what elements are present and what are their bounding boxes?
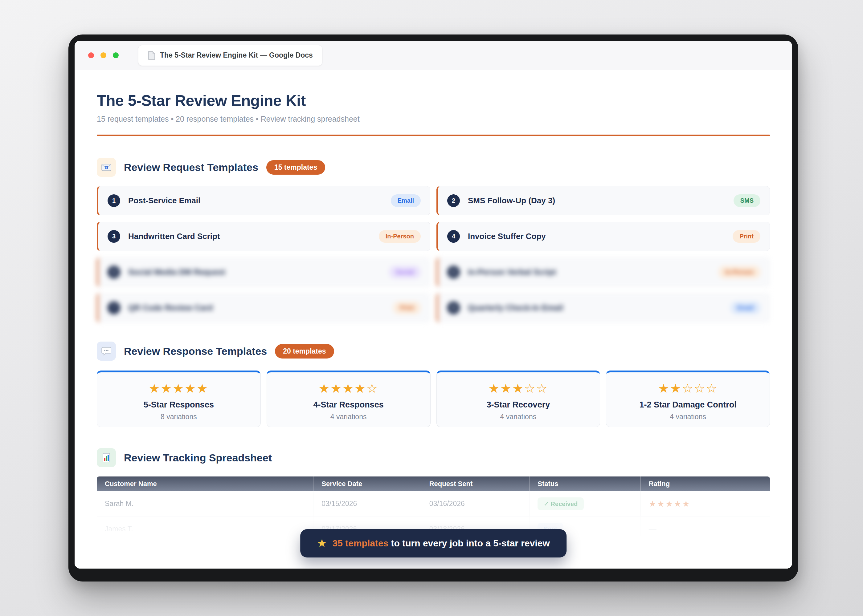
channel-badge: Email: [391, 194, 421, 207]
request-template-card[interactable]: 3 Handwritten Card Script In-Person: [97, 222, 430, 251]
cell-customer-name: Sarah M.: [97, 491, 313, 517]
template-number-badge: 2: [447, 194, 460, 207]
bottom-banner: ★ 35 templates to turn every job into a …: [300, 529, 567, 558]
request-template-card[interactable]: 1 Post-Service Email Email: [97, 186, 430, 215]
response-card-title: 5-Star Responses: [97, 400, 260, 410]
browser-tab[interactable]: The 5-Star Review Engine Kit — Google Do…: [139, 45, 322, 66]
close-window-button[interactable]: [88, 52, 94, 58]
minimize-window-button[interactable]: [101, 52, 106, 58]
banner-highlight: 35 templates: [332, 538, 389, 548]
response-card-title: 3-Star Recovery: [437, 400, 600, 410]
star-icon: ★: [317, 538, 327, 549]
accent-divider: [97, 135, 770, 136]
cell-request-sent: 03/16/2026: [421, 491, 530, 517]
document-icon: [148, 51, 156, 60]
table-header-cell: Rating: [641, 476, 770, 491]
response-card-grid: ★★★★★ 5-Star Responses 8 variations ★★★★…: [97, 371, 770, 427]
cell-rating: —: [641, 517, 770, 542]
template-title: Social Media DM Request: [128, 267, 225, 277]
traffic-lights: [88, 52, 119, 58]
device-frame: The 5-Star Review Engine Kit — Google Do…: [68, 35, 798, 581]
template-title: Quarterly Check-In Email: [468, 303, 563, 313]
channel-badge: In-Person: [379, 230, 421, 243]
request-template-card[interactable]: 7 QR Code Review Card Print: [97, 293, 430, 322]
table-header-row: Customer NameService DateRequest SentSta…: [97, 476, 770, 491]
request-count-badge: 15 templates: [266, 160, 325, 174]
template-number-badge: 1: [107, 194, 120, 207]
zoom-window-button[interactable]: [113, 52, 119, 58]
request-template-card[interactable]: 8 Quarterly Check-In Email Email: [436, 293, 770, 322]
channel-badge: Print: [732, 230, 761, 243]
template-title: Handwritten Card Script: [128, 232, 220, 241]
request-template-card[interactable]: 5 Social Media DM Request Social: [97, 258, 430, 287]
rating-value: ★★★★★: [649, 499, 691, 509]
template-number-badge: 3: [107, 230, 120, 243]
template-title: Invoice Stuffer Copy: [468, 232, 546, 241]
response-card-variations: 8 variations: [97, 413, 260, 421]
response-card-variations: 4 variations: [606, 413, 770, 421]
template-title: SMS Follow-Up (Day 3): [468, 196, 555, 206]
channel-badge: Email: [731, 302, 761, 314]
star-rating: ★★★★☆: [267, 382, 430, 394]
table-header-cell: Request Sent: [421, 476, 530, 491]
banner-rest: to turn every job into a 5-star review: [388, 538, 550, 548]
request-template-grid: 1 Post-Service Email Email 2 SMS Follow-…: [97, 186, 770, 322]
template-number-badge: 4: [447, 230, 460, 243]
bar-chart-icon: [97, 448, 116, 467]
section-title-response: Review Response Templates: [124, 345, 267, 357]
star-rating: ★★★★★: [97, 382, 260, 394]
section-header-tracking: Review Tracking Spreadsheet: [97, 448, 770, 467]
response-card-variations: 4 variations: [437, 413, 600, 421]
channel-badge: Print: [393, 302, 421, 314]
request-template-card[interactable]: 2 SMS Follow-Up (Day 3) SMS: [436, 186, 770, 215]
template-number-badge: 7: [107, 302, 120, 314]
section-title-request: Review Request Templates: [124, 161, 258, 173]
template-number-badge: 5: [107, 266, 120, 278]
response-card[interactable]: ★★★★☆ 4-Star Responses 4 variations: [267, 371, 431, 427]
channel-badge: SMS: [734, 194, 761, 207]
section-header-request-templates: E Review Request Templates 15 templates: [97, 158, 770, 177]
template-number-badge: 8: [447, 302, 460, 314]
tab-title: The 5-Star Review Engine Kit — Google Do…: [160, 51, 313, 60]
template-title: In-Person Verbal Script: [468, 267, 556, 277]
template-title: QR Code Review Card: [128, 303, 213, 313]
response-card-variations: 4 variations: [267, 413, 430, 421]
page-subtitle: 15 request templates • 20 response templ…: [97, 115, 770, 124]
response-count-badge: 20 templates: [275, 344, 334, 358]
cell-customer-name: James T.: [97, 517, 313, 542]
channel-badge: Social: [389, 266, 421, 278]
rating-value: —: [649, 525, 657, 533]
response-card[interactable]: ★★☆☆☆ 1-2 Star Damage Control 4 variatio…: [606, 371, 770, 427]
template-number-badge: 6: [447, 266, 460, 278]
template-title: Post-Service Email: [128, 196, 200, 206]
browser-window: The 5-Star Review Engine Kit — Google Do…: [75, 41, 792, 569]
table-header-cell: Status: [529, 476, 641, 491]
channel-badge: In-Person: [718, 266, 761, 278]
star-rating: ★★☆☆☆: [606, 382, 770, 394]
page-title: The 5-Star Review Engine Kit: [97, 92, 770, 110]
browser-chrome: The 5-Star Review Engine Kit — Google Do…: [75, 41, 792, 70]
table-header-cell: Customer Name: [97, 476, 313, 491]
speech-bubble-icon: [97, 342, 116, 361]
response-card[interactable]: ★★★★★ 5-Star Responses 8 variations: [97, 371, 261, 427]
response-card[interactable]: ★★★☆☆ 3-Star Recovery 4 variations: [436, 371, 600, 427]
document-content: The 5-Star Review Engine Kit 15 request …: [75, 70, 792, 569]
cell-status: ✓ Received: [529, 491, 641, 517]
response-card-title: 1-2 Star Damage Control: [606, 400, 770, 410]
table-header-cell: Service Date: [313, 476, 421, 491]
cell-service-date: 03/15/2026: [313, 491, 421, 517]
email-icon: E: [97, 158, 116, 177]
request-template-card[interactable]: 6 In-Person Verbal Script In-Person: [436, 258, 770, 287]
star-rating: ★★★☆☆: [437, 382, 600, 394]
section-header-response-templates: Review Response Templates 20 templates: [97, 342, 770, 361]
status-badge: ✓ Received: [537, 497, 584, 510]
banner-text: 35 templates to turn every job into a 5-…: [332, 538, 550, 548]
table-row: Sarah M. 03/15/2026 03/16/2026 ✓ Receive…: [97, 491, 770, 517]
svg-text:E: E: [106, 166, 107, 169]
request-template-card[interactable]: 4 Invoice Stuffer Copy Print: [436, 222, 770, 251]
section-title-tracking: Review Tracking Spreadsheet: [124, 452, 272, 464]
response-card-title: 4-Star Responses: [267, 400, 430, 410]
cell-rating: ★★★★★: [641, 491, 770, 517]
